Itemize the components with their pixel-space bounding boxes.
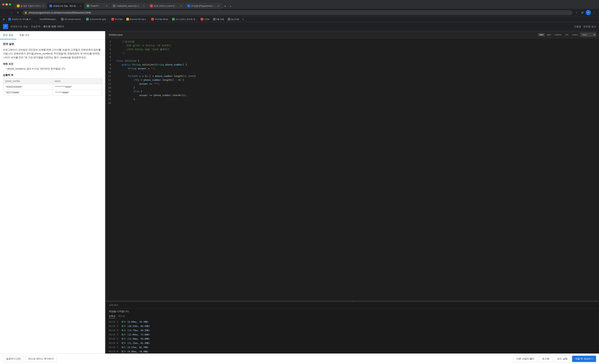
bookmark-star-icon[interactable]: ☆	[574, 10, 579, 15]
submit-button[interactable]: 제출 후 채점하기	[572, 356, 596, 362]
url-text: school.programmers.co.kr/learn/courses/3…	[29, 11, 570, 14]
help-button[interactable]: 도움말	[574, 25, 581, 28]
new-tab-button[interactable]: +	[222, 4, 228, 9]
test-2-details: (10.23ms, 84.5MB)	[127, 325, 150, 328]
test-5-result: 통과	[121, 337, 126, 340]
menu-button[interactable]: ⋮	[592, 10, 597, 15]
compile-options-button[interactable]: 컴파일 옵션	[583, 25, 596, 28]
bookmark-11-label: 알고리즘	[231, 18, 239, 21]
test-8-result: 통과	[121, 350, 126, 353]
tab-submission-history[interactable]: 제출 내역	[16, 31, 33, 39]
bookmark-11[interactable]: 알고리즘	[226, 17, 241, 21]
io-cell-2-1: "027778888"	[3, 90, 53, 95]
profile-button[interactable]: P	[586, 10, 591, 15]
tab-problem-description[interactable]: 문제 설명	[0, 31, 16, 39]
io-row-2: "027778888" "*****8888"	[3, 90, 102, 95]
tab-4[interactable]: CodingTest_Java/프로그래... ✕	[111, 3, 148, 9]
bookmarks-overflow-button[interactable]: »	[241, 17, 244, 21]
window-controls	[0, 2, 13, 7]
bookmark-8[interactable]: 내가 보려고 정리한 정...	[171, 17, 198, 21]
tab-overflow-button[interactable]: ▾	[228, 4, 233, 9]
bookmark-6[interactable]: Discover the top s...	[125, 17, 149, 21]
io-cell-1-2: "*******4444"	[53, 84, 102, 90]
tab-2-close[interactable]: ✕	[79, 4, 82, 7]
code-editor[interactable]: 2 3 4 5 6 7 8 9 10 11 12 13 14 15	[106, 38, 599, 300]
bookmark-9[interactable]: • DS●	[199, 17, 211, 21]
bookmark-3-label: Git remote branch...	[64, 18, 82, 20]
bookmark-3[interactable]: Git remote branch...	[60, 17, 84, 21]
breadcrumb-3: 핸드폰 번호 가리기	[43, 25, 64, 28]
run-code-button[interactable]: 코드 실행	[554, 355, 571, 362]
bookmark-9-favicon	[201, 18, 203, 20]
bookmark-5[interactable]: YouTube	[110, 17, 124, 21]
io-row-1: "01033334444" "*******4444"	[3, 84, 102, 90]
tab-2[interactable]: 코딩테스트 연습 - 핸드폰 번호... ✕	[47, 3, 84, 9]
tab-4-title: CodingTest_Java/프로그래...	[116, 5, 141, 7]
code-content[interactable]: /*알고리즘 - 전체 길이의 -4 전까지는 *로 바꿔주기 - 나머지 4자…	[113, 38, 599, 300]
tab-4-close[interactable]: ✕	[142, 4, 145, 7]
bookmark-5-label: YouTube	[115, 18, 123, 20]
reset-button[interactable]: 초기화	[539, 355, 553, 362]
tab-5-close[interactable]: ✕	[180, 4, 183, 7]
bookmark-apps[interactable]: ⊞	[1, 17, 6, 21]
test-row-5: 테스트 5 통과 (11.58ms, 59.6MB)	[109, 337, 596, 341]
tab-2-favicon	[49, 5, 52, 7]
theme-vim-button[interactable]: vim	[564, 33, 570, 36]
breadcrumb: 코딩테스트 연습 › 연습문제 › 핸드폰 번호 가리기	[10, 25, 64, 28]
test-6-details: (11.15ms, 82.5MB)	[127, 342, 150, 345]
bookmark-7-label: YouTube Music	[155, 18, 168, 20]
theme-light-button[interactable]: light	[546, 33, 552, 36]
panel-tabs: 문제 설명 제출 내역	[0, 31, 105, 39]
reload-button[interactable]: ↻	[16, 10, 21, 15]
tab-bar: 꿈 많은 사람의 이야기 ✕ 코딩테스트 연습 - 핸드폰 번호... ✕ Ch…	[13, 0, 599, 9]
language-selector[interactable]: Java Python JavaScript	[580, 33, 596, 37]
test-6-result: 통과	[121, 341, 126, 345]
site-header-actions: 도움말 컴파일 옵션	[574, 25, 596, 28]
breadcrumb-2[interactable]: 연습문제	[31, 25, 40, 28]
problem-area: 문제 설명 프로그래머스 모바일은 개인정보 보호를 위해 고지서를 보낼 때 …	[0, 39, 105, 354]
bookmark-4[interactable]: 커밋(commit) 날짜...	[85, 17, 109, 21]
theme-dark-button[interactable]: dark	[538, 33, 545, 36]
add-test-case-button[interactable]: 테스트 케이스 추가하기	[25, 355, 57, 362]
tab-5[interactable]: [프로그래머스,Level 1] 핸드... ✕	[148, 3, 185, 9]
tab-3-close[interactable]: ✕	[105, 4, 108, 7]
apps-icon: ⊞	[3, 18, 5, 20]
tab-3-favicon	[87, 5, 89, 7]
browser-window: 꿈 많은 사람의 이야기 ✕ 코딩테스트 연습 - 핸드폰 번호... ✕ Ch…	[0, 0, 599, 364]
results-tabs: 정확성 테스트	[109, 315, 596, 318]
bookmark-2[interactable]: tony9402/baekjoo...	[35, 17, 59, 21]
theme-sublime-button[interactable]: sublime	[553, 33, 563, 36]
bookmark-1[interactable]: 코딩테스트 대비를 위...	[7, 17, 34, 21]
bookmark-7[interactable]: YouTube Music	[150, 17, 170, 21]
left-panel: 문제 설명 제출 내역 문제 설명 프로그래머스 모바일은 개인정보 보호를 위…	[0, 31, 105, 354]
url-bar[interactable]: 🔒 school.programmers.co.kr/learn/courses…	[22, 10, 573, 15]
resize-handle[interactable]: ≡	[106, 300, 599, 302]
line-numbers: 2 3 4 5 6 7 8 9 10 11 12 13 14 15	[106, 38, 113, 300]
tab-4-favicon	[113, 5, 115, 7]
ask-button[interactable]: 질문하기 (30)	[3, 355, 24, 362]
test-3-details: (13.73ms, 84.2MB)	[127, 329, 150, 332]
tab-6-favicon	[187, 5, 190, 7]
results-tab-test[interactable]: 테스트	[118, 315, 125, 318]
close-window-button[interactable]	[2, 3, 4, 6]
tab-1-close[interactable]: ✕	[42, 4, 45, 7]
maximize-window-button[interactable]	[9, 3, 11, 6]
tab-6[interactable]: (작성중) [Programmers / L... ✕	[185, 3, 222, 9]
tab-3[interactable]: ChatGPT ✕	[84, 3, 110, 9]
extension-icon[interactable]: ⊞	[580, 10, 585, 15]
breadcrumb-1[interactable]: 코딩테스트 연습	[10, 25, 28, 28]
theme-emacs-button[interactable]: emacs	[571, 33, 580, 36]
test-8-details: (9.98ms, 78.4MB)	[127, 350, 149, 353]
other-solutions-button[interactable]: 다른 사람의 풀이	[513, 355, 537, 362]
back-button[interactable]: ←	[2, 10, 7, 15]
test-3-label: 테스트 3	[109, 329, 120, 332]
forward-button[interactable]: →	[9, 10, 14, 15]
bookmark-10[interactable]: 5월 채용	[211, 17, 226, 21]
minimize-window-button[interactable]	[6, 3, 8, 6]
bookmark-10-favicon	[213, 18, 216, 20]
tab-1[interactable]: 꿈 많은 사람의 이야기 ✕	[15, 3, 47, 9]
results-starting-text: 채점을 시작합니다.	[109, 310, 596, 313]
tab-6-close[interactable]: ✕	[217, 4, 220, 7]
results-tab-accuracy[interactable]: 정확성	[109, 315, 115, 318]
test-row-3: 테스트 3 통과 (13.73ms, 84.2MB)	[109, 328, 596, 332]
